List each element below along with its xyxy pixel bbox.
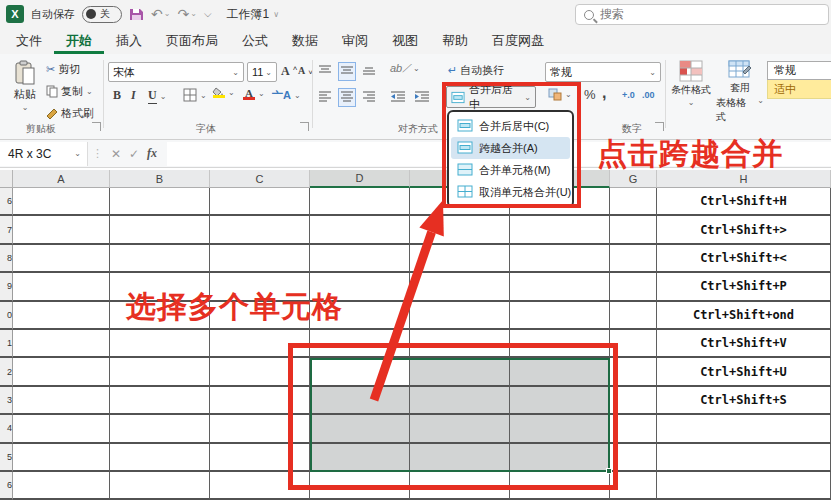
font-dialog-launcher-icon[interactable] xyxy=(300,122,309,131)
cell-G-r5[interactable] xyxy=(610,330,657,358)
borders-button[interactable]: ⌄ xyxy=(183,88,207,102)
cell-E-r9[interactable] xyxy=(410,444,510,472)
cell-G-r4[interactable] xyxy=(610,302,657,330)
cell-D-r9[interactable] xyxy=(310,444,410,472)
customize-quick-access-icon[interactable]: ⌵ xyxy=(204,9,212,19)
cell-H-r1[interactable]: Ctrl+Shift+> xyxy=(657,216,831,244)
cell-B-r2[interactable] xyxy=(110,245,210,273)
merge-center-button[interactable]: 合并后居中 ⌄ xyxy=(446,86,536,108)
column-header-D[interactable]: D xyxy=(310,170,410,188)
font-size-combo[interactable]: 11 ⌄ xyxy=(247,62,277,82)
menu-tab-0[interactable]: 文件 xyxy=(4,28,54,54)
cell-G-r9[interactable] xyxy=(610,444,657,472)
menu-tab-7[interactable]: 视图 xyxy=(380,28,430,54)
cell-E-r4[interactable] xyxy=(410,302,510,330)
comma-style-button[interactable]: , xyxy=(602,84,606,102)
cell-A-r4[interactable] xyxy=(13,302,110,330)
cell-H-r2[interactable]: Ctrl+Shift+< xyxy=(657,245,831,273)
format-painter-button[interactable]: 格式刷 xyxy=(46,106,94,121)
paste-button[interactable]: 粘贴 ⌄ xyxy=(8,60,42,112)
menu-tab-4[interactable]: 公式 xyxy=(230,28,280,54)
percent-style-button[interactable]: % xyxy=(584,87,596,102)
italic-button[interactable]: I xyxy=(131,88,136,103)
menu-tab-2[interactable]: 插入 xyxy=(104,28,154,54)
cell-B-r8[interactable] xyxy=(110,415,210,443)
cell-C-r7[interactable] xyxy=(210,387,310,415)
align-center-button[interactable] xyxy=(338,88,356,107)
insert-function-button[interactable]: fx xyxy=(143,146,161,161)
row-header[interactable]: 4 xyxy=(0,415,13,443)
cell-C-r10[interactable] xyxy=(210,472,310,500)
shrink-font-button[interactable]: A˅ xyxy=(298,64,313,77)
increase-indent-button[interactable] xyxy=(414,90,430,105)
format-as-table-button[interactable]: 套用 表格格式 ⌄ xyxy=(716,60,764,124)
copy-button[interactable]: 复制 ⌄ xyxy=(46,84,93,99)
cell-B-r7[interactable] xyxy=(110,387,210,415)
cell-C-r9[interactable] xyxy=(210,444,310,472)
cell-C-r0[interactable] xyxy=(210,188,310,216)
cell-H-r3[interactable]: Ctrl+Shift+P xyxy=(657,273,831,301)
row-header[interactable]: 0 xyxy=(0,302,13,330)
menu-tab-5[interactable]: 数据 xyxy=(280,28,330,54)
increase-decimal-button[interactable]: +.0 xyxy=(622,90,635,100)
menu-item-merge-cells[interactable]: 合并单元格(M) xyxy=(451,159,570,181)
align-middle-button[interactable] xyxy=(338,62,356,81)
cell-E-r10[interactable] xyxy=(410,472,510,500)
wrap-text-button[interactable]: ↵ 自动换行 xyxy=(448,63,504,78)
cell-A-r9[interactable] xyxy=(13,444,110,472)
cell-H-r7[interactable]: Ctrl+Shift+S xyxy=(657,387,831,415)
menu-tab-6[interactable]: 审阅 xyxy=(330,28,380,54)
cell-C-r6[interactable] xyxy=(210,358,310,386)
cell-B-r0[interactable] xyxy=(110,188,210,216)
cell-D-r6[interactable] xyxy=(310,358,410,386)
cell-G-r1[interactable] xyxy=(610,216,657,244)
cell-A-r0[interactable] xyxy=(13,188,110,216)
cell-F-r1[interactable] xyxy=(510,216,610,244)
autosave-toggle[interactable]: 关 xyxy=(82,6,122,23)
column-header-A[interactable]: A xyxy=(13,170,110,188)
cell-H-r0[interactable]: Ctrl+Shift+H xyxy=(657,188,831,216)
row-header[interactable]: 6 xyxy=(0,188,13,216)
row-header[interactable]: 8 xyxy=(0,245,13,273)
row-header[interactable]: 6 xyxy=(0,472,13,500)
cell-G-r7[interactable] xyxy=(610,387,657,415)
select-all-corner[interactable] xyxy=(0,170,13,188)
cell-A-r1[interactable] xyxy=(13,216,110,244)
font-name-combo[interactable]: 宋体 ⌄ xyxy=(108,62,244,82)
cell-B-r10[interactable] xyxy=(110,472,210,500)
cell-E-r6[interactable] xyxy=(410,358,510,386)
menu-item-unmerge-cells[interactable]: 取消单元格合并(U) xyxy=(451,181,570,203)
grow-font-button[interactable]: A˄ xyxy=(281,64,297,79)
cell-H-r6[interactable]: Ctrl+Shift+U xyxy=(657,358,831,386)
cell-E-r2[interactable] xyxy=(410,245,510,273)
cell-G-r6[interactable] xyxy=(610,358,657,386)
cell-F-r7[interactable] xyxy=(510,387,610,415)
menu-tab-8[interactable]: 帮助 xyxy=(430,28,480,54)
phonetic-guide-button[interactable]: 亠A ⌄ xyxy=(272,88,301,103)
cell-H-r4[interactable]: Ctrl+Shift+ond xyxy=(657,302,831,330)
cell-E-r8[interactable] xyxy=(410,415,510,443)
cell-A-r10[interactable] xyxy=(13,472,110,500)
cell-C-r2[interactable] xyxy=(210,245,310,273)
cell-E-r5[interactable] xyxy=(410,330,510,358)
cell-A-r6[interactable] xyxy=(13,358,110,386)
cell-F-r2[interactable] xyxy=(510,245,610,273)
cell-D-r10[interactable] xyxy=(310,472,410,500)
cell-D-r1[interactable] xyxy=(310,216,410,244)
accounting-format-button[interactable]: ⌄ xyxy=(548,88,572,101)
cell-F-r6[interactable] xyxy=(510,358,610,386)
menu-item-merge-center[interactable]: 合并后居中(C) xyxy=(451,115,570,137)
cell-A-r7[interactable] xyxy=(13,387,110,415)
cell-F-r8[interactable] xyxy=(510,415,610,443)
row-header[interactable]: 5 xyxy=(0,444,13,472)
save-icon[interactable] xyxy=(129,7,144,22)
clipboard-dialog-launcher-icon[interactable] xyxy=(92,122,101,131)
cell-style-neutral[interactable]: 适中 xyxy=(767,80,831,99)
number-dialog-launcher-icon[interactable] xyxy=(655,122,664,131)
font-color-button[interactable]: A ⌄ xyxy=(243,87,265,100)
cell-style-normal[interactable]: 常规 xyxy=(767,61,831,80)
cell-H-r8[interactable] xyxy=(657,415,831,443)
menu-item-merge-across[interactable]: 跨越合并(A) xyxy=(451,137,570,159)
cell-G-r2[interactable] xyxy=(610,245,657,273)
cell-D-r0[interactable] xyxy=(310,188,410,216)
